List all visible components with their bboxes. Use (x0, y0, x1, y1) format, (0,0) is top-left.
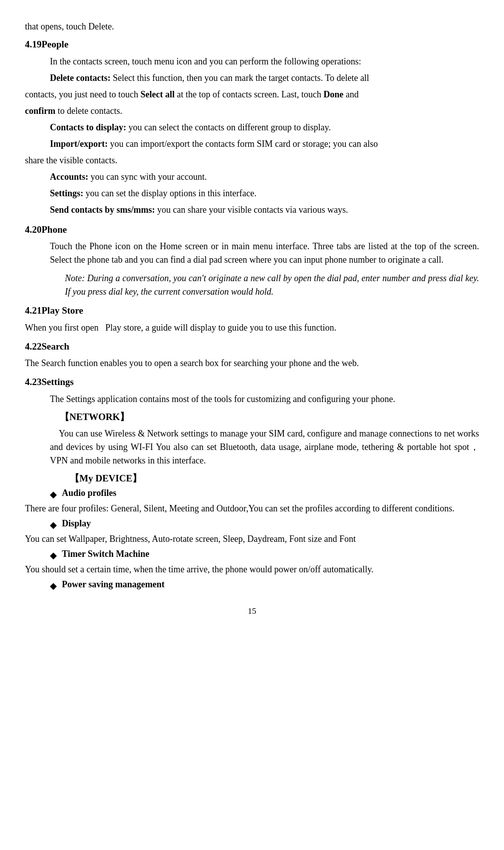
section-heading-419: 4.19People (25, 37, 479, 52)
settings-item: Settings: you can set the display option… (50, 187, 479, 200)
send-contacts-label: Send contacts by sms/mms: (50, 205, 155, 215)
section-number-422: 4.22 (25, 341, 41, 352)
import-export: Import/export: you can import/export the… (50, 137, 479, 151)
section-heading-423: 4.23Settings (25, 375, 479, 390)
network-heading: 【NETWORK】 (60, 410, 479, 425)
section-heading-421: 4.21Play Store (25, 304, 479, 318)
import-export-label: Import/export: (50, 139, 108, 149)
section-title-420: Phone (41, 224, 67, 235)
phone-note: Note: During a conversation, you can't o… (65, 272, 479, 299)
timer-switch-text: You should set a certain time, when the … (25, 563, 479, 576)
search-text: The Search function enables you to open … (25, 357, 479, 370)
diamond-icon-display: ◆ (50, 519, 57, 530)
audio-profiles-item: ◆ Audio profiles (50, 488, 479, 500)
delete-contacts: Delete contacts: Select this function, t… (50, 71, 479, 85)
section-title-419: People (41, 39, 68, 49)
contacts-display-label: Contacts to display: (50, 122, 126, 132)
display-item: ◆ Display (50, 518, 479, 530)
settings-intro: The Settings application contains most o… (50, 393, 479, 406)
power-saving-item: ◆ Power saving management (50, 579, 479, 591)
diamond-icon-timer: ◆ (50, 550, 57, 561)
send-contacts: Send contacts by sms/mms: you can share … (50, 203, 479, 217)
people-intro: In the contacts screen, touch menu icon … (50, 55, 479, 68)
page-number: 15 (25, 606, 479, 616)
import-export-line2: share the visible contacts. (25, 154, 479, 167)
my-device-heading: 【My DEVICE】 (70, 471, 479, 486)
done-label: Done (323, 89, 343, 99)
accounts: Accounts: you can sync with your account… (50, 170, 479, 184)
section-number-423: 4.23 (25, 377, 41, 387)
audio-profiles-label: Audio profiles (62, 488, 116, 498)
section-title-422: Search (41, 341, 69, 352)
timer-switch-item: ◆ Timer Switch Machine (50, 549, 479, 561)
confirm-line: confirm to delete contacts. (25, 104, 479, 118)
network-text: You can use Wireless & Network settings … (50, 427, 479, 467)
audio-profiles-text: There are four profiles: General, Silent… (25, 502, 479, 515)
diamond-icon-power: ◆ (50, 580, 57, 591)
intro-line: that opens, touch Delete. (25, 20, 479, 33)
select-all-label: Select all (140, 89, 174, 99)
display-label: Display (62, 518, 91, 529)
section-number-420: 4.20 (25, 224, 41, 235)
contacts-display: Contacts to display: you can select the … (50, 121, 479, 134)
play-store-text: When you first open Play store, a guide … (25, 321, 479, 335)
settings-item-label: Settings: (50, 188, 83, 198)
phone-intro: Touch the Phone icon on the Home screen … (50, 240, 479, 267)
section-number-419: 4.19 (25, 39, 41, 49)
timer-switch-label: Timer Switch Machine (62, 549, 149, 559)
diamond-icon-audio: ◆ (50, 489, 57, 500)
section-heading-422: 4.22Search (25, 340, 479, 354)
accounts-label: Accounts: (50, 172, 88, 182)
power-saving-label: Power saving management (62, 579, 165, 590)
delete-contacts-label: Delete contacts: (50, 73, 110, 83)
page-content: that opens, touch Delete. 4.19People In … (25, 20, 479, 591)
section-heading-420: 4.20Phone (25, 223, 479, 237)
section-title-421: Play Store (41, 305, 83, 316)
display-text: You can set Wallpaper, Brightness, Auto-… (25, 532, 479, 546)
section-number-421: 4.21 (25, 305, 41, 316)
confirm-label: confirm (25, 106, 55, 116)
delete-contacts-line2: contacts, you just need to touch Select … (25, 88, 479, 101)
section-title-423: Settings (41, 377, 73, 387)
